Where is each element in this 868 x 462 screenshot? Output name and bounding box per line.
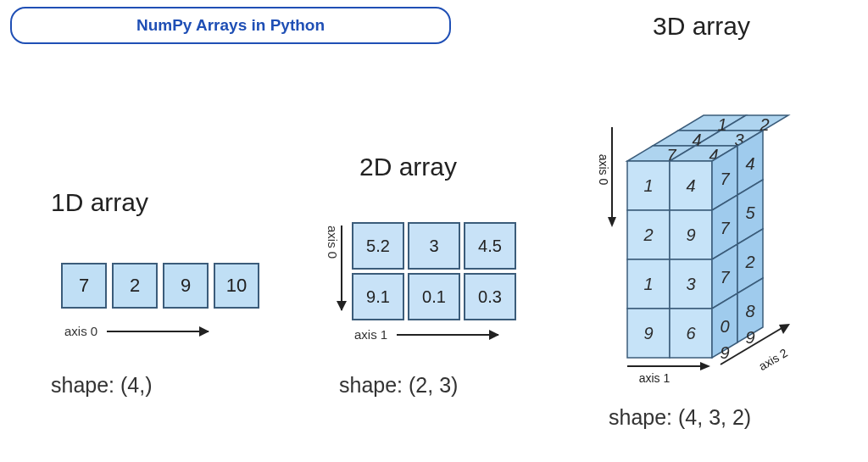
cell-3d-front: 1 [643,176,653,195]
svg-marker-23 [608,217,616,227]
cell-3d-front: 3 [686,275,695,293]
cell-3d-side: 5 [745,203,755,222]
row-2d: 5.2 3 4.5 [352,222,516,270]
axis-3d-0: axis 0 [597,154,610,186]
cell-3d-side: 9 [745,328,754,347]
cell-3d-side: 7 [720,170,730,188]
page-title-pill: NumPy Arrays in Python [10,7,451,44]
row-2d: 9.1 0.1 0.3 [352,273,516,320]
cell-2d: 9.1 [352,273,404,320]
cell-3d-front: 9 [643,324,653,342]
cell-2d: 0.3 [464,273,516,320]
cell-3d-front: 1 [643,275,653,293]
cell-3d-top: 4 [692,131,701,149]
axis-2d-0: axis 0 [326,225,340,259]
title-2d: 2D array [359,153,457,181]
axis-1d-0: axis 0 [64,324,97,338]
cell-3d-side: 8 [745,302,754,320]
cell-2d: 4.5 [464,222,516,270]
svg-marker-25 [700,362,710,370]
top-faces: 1 2 4 3 7 4 [627,115,788,164]
cell-3d-side: 4 [745,154,754,173]
cell-3d-front: 9 [686,225,695,244]
side-faces: 7 4 7 5 7 2 0 8 9 9 [712,131,763,362]
cell-3d-front: 4 [686,176,695,195]
array-1d: 7 2 9 10 [61,263,259,309]
arrow-2d-axis0 [341,225,342,310]
title-1d: 1D array [51,188,148,217]
cell-3d-side: 2 [744,253,754,271]
title-3d: 3D array [653,12,750,41]
shape-3d: shape: (4, 3, 2) [609,405,751,430]
cell-1d: 9 [163,263,209,309]
array-2d: 5.2 3 4.5 9.1 0.1 0.3 [352,222,516,320]
axis-2d-1: axis 1 [354,327,387,342]
arrow-2d-axis1 [397,334,498,336]
cell-1d: 7 [61,263,107,309]
cell-3d-top: 1 [717,115,726,134]
front-faces: 1 4 2 9 1 3 9 6 [627,161,712,358]
cell-3d-side: 7 [720,219,730,237]
cell-3d-front: 6 [686,324,696,342]
cell-1d: 10 [214,263,259,309]
cell-3d-side: 0 [720,317,729,336]
array-3d: 1 2 4 3 7 4 1 4 2 9 1 3 9 6 7 4 7 5 7 2 … [593,68,839,398]
axis-3d-1: axis 1 [639,371,670,385]
arrow-1d-axis0 [107,331,209,332]
cell-3d-side: 7 [720,268,730,287]
cell-2d: 5.2 [352,222,404,270]
shape-1d: shape: (4,) [51,373,153,398]
cell-3d-front: 2 [643,225,653,244]
cell-1d: 2 [112,263,158,309]
cell-3d-top: 2 [759,115,769,134]
cell-2d: 3 [408,222,460,270]
axis-3d-2: axis 2 [756,346,790,373]
shape-2d: shape: (2, 3) [339,373,458,398]
cell-2d: 0.1 [408,273,460,320]
